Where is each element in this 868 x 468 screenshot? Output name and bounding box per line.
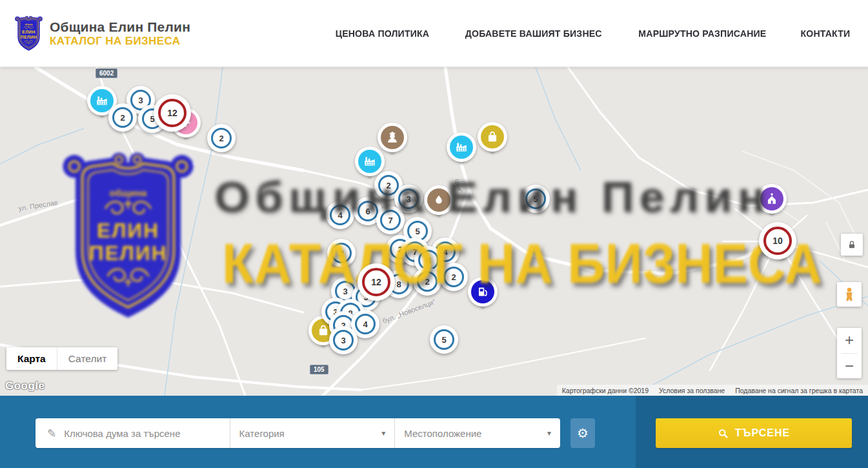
street-view-pegman-button[interactable] xyxy=(837,282,862,307)
nav-contacts[interactable]: КОНТАКТИ xyxy=(801,28,851,39)
location-select-label: Местоположение xyxy=(404,428,481,439)
category-select-label: Категория xyxy=(239,428,285,439)
nav-add-your-business[interactable]: ДОБАВЕТЕ ВАШИЯТ БИЗНЕС xyxy=(465,28,602,39)
municipality-shield-icon xyxy=(14,15,43,52)
road-number-badge: 105 xyxy=(310,365,328,374)
map-cluster-marker[interactable]: 2 xyxy=(413,267,441,296)
page: Община Елин Пелин КАТАЛОГ НА БИЗНЕСА ЦЕН… xyxy=(0,0,868,468)
attribution-terms-link[interactable]: Условия за ползване xyxy=(654,387,730,394)
advanced-settings-button[interactable]: ⚙ xyxy=(570,418,595,448)
zoom-out-button[interactable]: − xyxy=(837,354,862,379)
lock-button[interactable] xyxy=(841,234,863,256)
chevron-down-icon: ▾ xyxy=(381,429,385,438)
lock-icon xyxy=(847,239,857,250)
map-pin-shopping-bag-icon[interactable] xyxy=(478,122,507,152)
map-pin-factory-icon[interactable] xyxy=(447,132,476,162)
site-subtitle: КАТАЛОГ НА БИЗНЕСА xyxy=(50,35,190,48)
keyword-search-input[interactable] xyxy=(64,418,229,448)
map-type-map-button[interactable]: Карта xyxy=(6,347,57,370)
attribution-report-error-link[interactable]: Подаване на сигнал за грешка в картата xyxy=(730,387,868,394)
nav-route-schedule[interactable]: МАРШРУТНО РАЗПИСАНИЕ xyxy=(639,28,767,39)
search-fields: ✎ Категория ▾ Местоположение ▾ xyxy=(35,418,560,448)
pencil-icon: ✎ xyxy=(47,427,56,440)
brand-logo[interactable]: Община Елин Пелин КАТАЛОГ НА БИЗНЕСА xyxy=(14,15,190,52)
keyword-field-wrap: ✎ xyxy=(35,418,230,448)
pegman-icon xyxy=(842,287,857,302)
map-cluster-marker[interactable]: 2 xyxy=(207,124,236,152)
map-cluster-marker[interactable]: 4 xyxy=(326,201,354,229)
main-nav: ЦЕНОВА ПОЛИТИКА ДОБАВЕТЕ ВАШИЯТ БИЗНЕС М… xyxy=(332,28,852,39)
search-panel: ✎ Категория ▾ Местоположение ▾ ⚙ ТЪРСЕНЕ xyxy=(0,396,868,468)
map-pin-church-icon[interactable] xyxy=(757,184,787,214)
map-pin-factory-icon[interactable] xyxy=(355,147,385,176)
map-cluster-marker[interactable]: 12 xyxy=(154,94,191,132)
map-pin-fire-icon[interactable] xyxy=(424,185,454,215)
map-cluster-marker[interactable]: 5 xyxy=(430,325,458,354)
chevron-down-icon: ▾ xyxy=(547,429,551,438)
road-number-badge: 6002 xyxy=(96,68,117,78)
map-cluster-marker[interactable]: 2 xyxy=(327,239,356,267)
google-logo[interactable]: Google xyxy=(5,380,45,392)
map-attribution: Картографски данни ©2019 Условия за полз… xyxy=(557,385,868,396)
map-pin-fuel-icon[interactable] xyxy=(468,277,498,307)
category-select[interactable]: Категория ▾ xyxy=(230,418,396,448)
site-header: Община Елин Пелин КАТАЛОГ НА БИЗНЕСА ЦЕН… xyxy=(0,0,868,67)
nav-pricing-policy[interactable]: ЦЕНОВА ПОЛИТИКА xyxy=(336,28,430,39)
map-canvas[interactable]: ул. Преславбул. „Новоселци“ции“6002105 3… xyxy=(0,67,868,396)
map-cluster-marker[interactable]: 12 xyxy=(358,263,395,301)
map-cluster-marker[interactable]: 10 xyxy=(759,222,796,259)
map-cluster-marker[interactable]: 7 xyxy=(376,206,405,234)
map-type-control: Карта Сателит xyxy=(6,347,117,370)
map-cluster-marker[interactable]: 3 xyxy=(329,326,358,354)
attribution-copyright: Картографски данни ©2019 xyxy=(557,387,654,394)
site-title: Община Елин Пелин xyxy=(50,19,190,35)
gear-icon: ⚙ xyxy=(577,425,589,441)
zoom-control: + − xyxy=(837,328,862,378)
map-type-satellite-button[interactable]: Сателит xyxy=(57,347,117,370)
search-button-label: ТЪРСЕНЕ xyxy=(735,427,790,439)
map-cluster-marker[interactable]: 2 xyxy=(108,103,137,132)
location-select[interactable]: Местоположение ▾ xyxy=(395,418,560,448)
map-cluster-marker[interactable]: 5 xyxy=(521,185,550,213)
search-button[interactable]: ТЪРСЕНЕ xyxy=(656,418,852,448)
map-cluster-marker[interactable]: 2 xyxy=(439,263,468,291)
zoom-in-button[interactable]: + xyxy=(837,328,862,353)
search-icon xyxy=(718,428,729,439)
